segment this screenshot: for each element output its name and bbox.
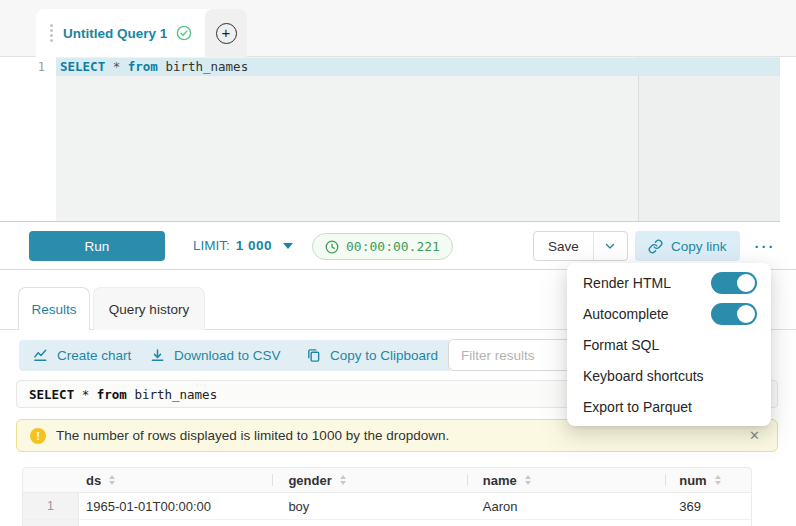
menu-item-label: Format SQL (583, 337, 659, 353)
sql-code-line[interactable]: SELECT * from birth_names (60, 58, 248, 76)
cell-gender (272, 520, 466, 526)
run-button[interactable]: Run (29, 231, 165, 261)
download-csv-label: Download to CSV (174, 348, 281, 363)
copy-link-label: Copy link (671, 239, 727, 254)
link-icon (648, 239, 663, 254)
cell-num (665, 520, 751, 526)
column-label: gender (288, 473, 331, 488)
row-number-cell: 1 (23, 493, 79, 519)
warning-icon: ! (30, 428, 46, 444)
close-banner-icon[interactable]: ✕ (745, 426, 764, 445)
sql-editor[interactable]: 1 SELECT * from birth_names (0, 57, 780, 222)
menu-item-autocomplete[interactable]: Autocomplete (567, 298, 771, 329)
more-menu-button[interactable]: ··· (748, 231, 782, 261)
column-header-gender[interactable]: gender (272, 468, 466, 492)
menu-item-label: Render HTML (583, 275, 671, 291)
tab-untitled-query[interactable]: Untitled Query 1 ✕ (36, 9, 232, 57)
sql-keyword: SELECT (60, 59, 105, 74)
sql-keyword: from (128, 59, 158, 74)
sql-operator: * (82, 387, 90, 402)
table-header-row: ds gender name num (22, 467, 752, 493)
clock-icon (325, 240, 339, 254)
column-header-num[interactable]: num (665, 468, 751, 492)
menu-item-format-sql[interactable]: Format SQL (567, 329, 771, 360)
menu-item-render-html[interactable]: Render HTML (567, 267, 771, 298)
warning-text: The number of rows displayed is limited … (56, 428, 735, 443)
sort-icon[interactable] (109, 475, 115, 485)
menu-item-export-parquet[interactable]: Export to Parquet (567, 391, 771, 422)
results-table: ds gender name num 1 1965-01-01T00:00:00… (22, 467, 752, 526)
line-number: 1 (38, 58, 45, 76)
copy-clipboard-label: Copy to Clipboard (330, 348, 438, 363)
query-tab-bar: Untitled Query 1 ✕ + (0, 0, 796, 57)
download-csv-button[interactable]: Download to CSV (136, 340, 295, 371)
sort-icon[interactable] (340, 475, 346, 485)
menu-item-keyboard-shortcuts[interactable]: Keyboard shortcuts (567, 360, 771, 391)
column-label: name (483, 473, 517, 488)
autocomplete-toggle[interactable] (711, 303, 757, 325)
sql-keyword: SELECT (29, 387, 74, 402)
copy-clipboard-button[interactable]: Copy to Clipboard (292, 340, 452, 371)
cell-ds (79, 520, 272, 526)
timer-value: 00:00:00.221 (346, 239, 440, 254)
cell-name: Aaron (467, 493, 665, 519)
caret-down-icon (283, 243, 293, 249)
editor-gutter: 1 (0, 57, 56, 221)
column-label: ds (86, 473, 101, 488)
chart-icon (33, 348, 48, 363)
copy-link-button[interactable]: Copy link (635, 231, 740, 261)
plus-icon: + (216, 23, 237, 44)
query-timer-badge: 00:00:00.221 (312, 233, 453, 260)
tab-results[interactable]: Results (18, 287, 90, 330)
sql-lab-screen: Untitled Query 1 ✕ + 1 SELECT * from bir… (0, 0, 796, 526)
column-label: num (679, 473, 706, 488)
menu-item-label: Autocomplete (583, 306, 669, 322)
save-split-button: Save (533, 231, 628, 261)
download-icon (150, 348, 165, 363)
column-header-name[interactable]: name (467, 468, 665, 492)
row-number-header (23, 468, 79, 492)
create-chart-button[interactable]: Create chart (19, 340, 145, 371)
menu-item-label: Export to Parquet (583, 399, 692, 415)
sort-icon[interactable] (525, 475, 531, 485)
row-number-cell (23, 520, 79, 526)
query-tab-label: Untitled Query 1 (63, 26, 167, 41)
cell-gender: boy (272, 493, 466, 519)
sql-table-name: birth_names (165, 59, 248, 74)
editor-print-margin (638, 57, 780, 221)
table-row-partial[interactable] (22, 520, 752, 526)
limit-dropdown[interactable]: LIMIT: 1 000 (193, 222, 293, 269)
drag-handle-icon[interactable] (50, 24, 53, 42)
sql-keyword: from (97, 387, 127, 402)
create-chart-label: Create chart (57, 348, 131, 363)
save-button[interactable]: Save (534, 232, 594, 260)
sql-table-name: birth_names (134, 387, 217, 402)
cell-ds: 1965-01-01T00:00:00 (79, 493, 272, 519)
tab-query-history[interactable]: Query history (93, 287, 205, 330)
limit-value: 1 000 (236, 238, 272, 253)
sort-icon[interactable] (715, 475, 721, 485)
save-dropdown-button[interactable] (594, 232, 627, 260)
menu-item-label: Keyboard shortcuts (583, 368, 704, 384)
column-header-ds[interactable]: ds (79, 468, 272, 492)
copy-icon (306, 348, 321, 363)
new-tab-button[interactable]: + (205, 9, 247, 57)
render-html-toggle[interactable] (711, 272, 757, 294)
limit-label: LIMIT: (193, 238, 230, 253)
table-row[interactable]: 1 1965-01-01T00:00:00 boy Aaron 369 (22, 493, 752, 520)
cell-name (467, 520, 665, 526)
saved-check-icon (176, 25, 192, 41)
editor-options-menu: Render HTML Autocomplete Format SQL Keyb… (567, 263, 771, 426)
cell-num: 369 (665, 493, 751, 519)
